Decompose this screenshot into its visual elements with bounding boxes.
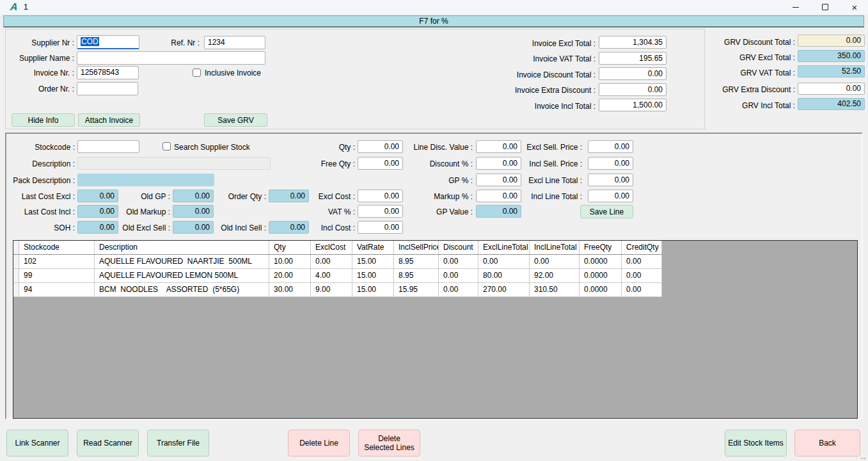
table-cell[interactable]: 0.00 <box>311 255 352 268</box>
table-cell[interactable]: 8.95 <box>394 269 439 282</box>
inclusive-invoice-checkbox[interactable] <box>193 69 201 77</box>
table-cell[interactable]: 0.00 <box>439 283 478 296</box>
table-cell[interactable]: 0.00 <box>622 255 662 268</box>
table-row[interactable]: 94BCM NOODLES ASSORTED (5*65G)30.009.001… <box>13 283 662 297</box>
row-selector-cell[interactable] <box>13 283 19 296</box>
supplier-nr-input[interactable]: COD <box>77 35 139 49</box>
table-cell[interactable]: 99 <box>19 269 95 282</box>
search-supplier-stock-checkbox[interactable] <box>162 142 171 150</box>
attach-invoice-button[interactable]: Attach Invoice <box>78 113 140 127</box>
column-header[interactable]: VatRate <box>352 241 394 254</box>
table-cell[interactable]: 102 <box>19 255 95 268</box>
table-cell[interactable]: 0.00 <box>439 269 478 282</box>
row-selector-header <box>13 241 19 254</box>
table-cell[interactable]: 0.00 <box>622 283 662 296</box>
row-selector-cell[interactable] <box>13 269 19 282</box>
delete-line-button[interactable]: Delete Line <box>288 430 350 457</box>
invoice-excl-total-input[interactable]: 1,304.35 <box>599 36 667 49</box>
invoice-discount-total-input[interactable]: 0.00 <box>599 67 667 80</box>
table-cell[interactable]: 92.00 <box>530 269 580 282</box>
table-cell[interactable]: 0.0000 <box>580 269 622 282</box>
column-header[interactable]: ExclCost <box>311 241 352 254</box>
table-cell[interactable]: 30.00 <box>269 283 311 296</box>
table-row[interactable]: 99AQUELLE FLAVOURED LEMON 500ML20.004.00… <box>13 269 662 283</box>
table-cell[interactable]: 15.00 <box>352 283 394 296</box>
table-cell[interactable]: 270.00 <box>478 283 530 296</box>
column-header[interactable]: ExclLineTotal <box>478 241 530 254</box>
read-scanner-button[interactable]: Read Scanner <box>77 430 139 457</box>
table-row[interactable]: 102AQUELLE FLAVOURED NAARTJIE 500ML10.00… <box>13 255 662 269</box>
table-cell[interactable]: BCM NOODLES ASSORTED (5*65G) <box>95 283 269 296</box>
grv-lines-grid[interactable]: StockcodeDescriptionQtyExclCostVatRateIn… <box>13 240 858 419</box>
vat-pct-input[interactable]: 0.00 <box>358 205 403 218</box>
grv-extra-discount-input[interactable]: 0.00 <box>798 83 865 95</box>
table-cell[interactable]: 0.00 <box>439 255 478 268</box>
table-cell[interactable]: 0.00 <box>478 255 530 268</box>
table-cell[interactable]: 0.0000 <box>580 283 622 296</box>
incl-sell-price-input[interactable]: 0.00 <box>588 157 633 170</box>
free-qty-input[interactable]: 0.00 <box>358 157 403 170</box>
excl-sell-price-input[interactable]: 0.00 <box>588 140 633 153</box>
table-cell[interactable]: 8.95 <box>394 255 439 268</box>
incl-cost-input[interactable]: 0.00 <box>358 221 403 234</box>
invoice-incl-total-input[interactable]: 1,500.00 <box>599 99 667 111</box>
save-line-button[interactable]: Save Line <box>580 205 633 218</box>
stockcode-input[interactable] <box>77 140 139 153</box>
supplier-name-label: Supplier Name : <box>9 52 74 65</box>
table-cell[interactable]: 15.00 <box>352 269 394 282</box>
column-header[interactable]: Qty <box>269 241 311 254</box>
resize-grip[interactable] <box>860 453 867 460</box>
table-cell[interactable]: 310.50 <box>530 283 580 296</box>
app-logo-icon: A <box>10 1 18 13</box>
column-header[interactable]: FreeQty <box>580 241 622 254</box>
column-header[interactable]: InclLineTotal <box>530 241 580 254</box>
row-selector-cell[interactable] <box>13 255 19 268</box>
excl-cost-label: Excl Cost : <box>292 190 355 203</box>
grv-extra-discount-label: GRV Extra Discount : <box>678 83 795 96</box>
table-cell[interactable]: 80.00 <box>478 269 530 282</box>
ref-nr-input[interactable]: 1234 <box>204 36 265 49</box>
back-button[interactable]: Back <box>794 430 860 457</box>
excl-sell-price-label: Excl Sell. Price : <box>509 141 582 154</box>
table-cell[interactable]: AQUELLE FLAVOURED NAARTJIE 500ML <box>95 255 269 268</box>
excl-cost-input[interactable]: 0.00 <box>358 190 403 202</box>
invoice-nr-input[interactable]: 125678543 <box>77 66 139 79</box>
table-cell[interactable]: 20.00 <box>269 269 311 282</box>
invoice-excl-total-label: Invoice Excl Total : <box>448 37 596 50</box>
qty-input[interactable]: 0.00 <box>358 140 403 153</box>
table-cell[interactable]: 4.00 <box>311 269 352 282</box>
restore-button[interactable] <box>814 0 836 14</box>
gp-value-label: GP Value : <box>402 206 473 218</box>
invoice-extra-discount-input[interactable]: 0.00 <box>599 83 667 96</box>
table-cell[interactable]: 94 <box>19 283 95 296</box>
save-grv-button[interactable]: Save GRV <box>204 113 267 127</box>
table-cell[interactable]: 9.00 <box>311 283 352 296</box>
table-cell[interactable]: 0.0000 <box>580 255 622 268</box>
table-cell[interactable]: 15.95 <box>394 283 439 296</box>
column-header[interactable]: Description <box>95 241 269 254</box>
edit-stock-items-button[interactable]: Edit Stock Items <box>725 430 787 457</box>
table-cell[interactable]: 0.00 <box>622 269 662 282</box>
table-cell[interactable]: 15.00 <box>352 255 394 268</box>
hide-info-button[interactable]: Hide Info <box>12 113 75 127</box>
supplier-name-input[interactable] <box>77 51 265 65</box>
column-header[interactable]: InclSellPrice <box>394 241 439 254</box>
table-cell[interactable]: 10.00 <box>269 255 311 268</box>
close-button[interactable]: × <box>844 0 865 14</box>
link-scanner-button[interactable]: Link Scanner <box>6 430 68 457</box>
invoice-vat-total-label: Invoice VAT Total : <box>448 53 596 65</box>
free-qty-label: Free Qty : <box>292 158 355 170</box>
transfer-file-button[interactable]: Transfer File <box>147 430 209 457</box>
minimize-button[interactable] <box>785 0 807 14</box>
column-header[interactable]: CreditQty <box>622 241 662 254</box>
order-nr-input[interactable] <box>77 82 138 95</box>
excl-line-total-input[interactable]: 0.00 <box>588 174 633 186</box>
delete-selected-lines-button[interactable]: Delete Selected Lines <box>358 430 420 457</box>
column-header[interactable]: Stockcode <box>19 241 95 254</box>
invoice-vat-total-input[interactable]: 195.65 <box>599 52 667 65</box>
invoice-discount-total-label: Invoice Discount Total : <box>448 69 596 81</box>
column-header[interactable]: Discount <box>439 241 478 254</box>
incl-line-total-input[interactable]: 0.00 <box>588 190 633 202</box>
table-cell[interactable]: 0.00 <box>530 255 580 268</box>
table-cell[interactable]: AQUELLE FLAVOURED LEMON 500ML <box>95 269 269 282</box>
